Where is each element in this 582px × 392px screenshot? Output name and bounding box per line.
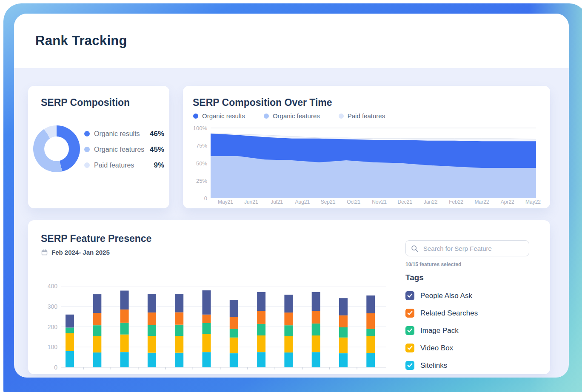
legend-value: 9%	[154, 161, 164, 170]
tag-item[interactable]: Related Searches	[405, 304, 478, 322]
area-y-tick-label: 75%	[186, 142, 207, 149]
tag-checkbox[interactable]	[405, 326, 414, 335]
area-x-tick-label: Oct21	[347, 199, 360, 205]
tag-label: People Also Ask	[420, 292, 472, 300]
date-range-label: Feb 2024- Jan 2025	[51, 249, 110, 256]
donut-legend-item: Paid features9%	[84, 157, 164, 173]
serp-composition-card: SERP Composition Organic results46%Organ…	[28, 86, 169, 208]
tag-item[interactable]: People Also Ask	[405, 287, 478, 304]
area-x-tick-label: Sep21	[321, 199, 336, 205]
area-legend-item: Organic features	[264, 112, 320, 119]
legend-label: Organic features	[94, 146, 144, 153]
tag-checkbox[interactable]	[405, 344, 414, 352]
serp-composition-title: SERP Composition	[41, 97, 130, 108]
stacked-bar-chart	[61, 285, 386, 372]
bar-y-tick-label: 0	[32, 364, 57, 371]
area-x-tick-label: Jul21	[271, 199, 283, 205]
area-x-tick-label: Mar22	[474, 199, 489, 205]
tag-checkbox[interactable]	[405, 361, 414, 370]
check-icon	[407, 346, 413, 350]
legend-label: Paid features	[94, 162, 134, 169]
area-x-tick-label: Apr22	[501, 199, 514, 205]
area-y-tick-label: 0	[186, 195, 207, 202]
selected-features-count: 10/15 features selected	[405, 261, 461, 267]
composition-over-time-title: SERP Composition Over Time	[193, 97, 332, 108]
area-x-tick-label: Jun21	[244, 199, 258, 205]
tag-label: Image Pack	[420, 327, 459, 335]
check-icon	[407, 293, 413, 298]
search-icon	[411, 245, 418, 252]
tag-item[interactable]: Video Box	[405, 339, 478, 357]
check-icon	[407, 363, 413, 368]
search-input[interactable]	[422, 244, 524, 253]
check-icon	[407, 328, 413, 333]
legend-label: Organic results	[94, 130, 140, 138]
area-x-tick-label: May22	[525, 199, 541, 205]
area-x-tick-label: Feb22	[449, 199, 463, 205]
tag-label: Sitelinks	[420, 361, 447, 370]
app-surface: Rank Tracking SERP Composition Organic r…	[14, 14, 569, 378]
donut-legend: Organic results46%Organic features45%Pai…	[84, 126, 164, 173]
legend-label: Organic results	[202, 112, 245, 119]
donut-chart	[33, 125, 80, 172]
legend-value: 46%	[150, 130, 164, 138]
area-x-tick-label: Dec21	[397, 199, 412, 205]
feature-presence-card: SERP Feature Presence Feb 2024- Jan 2025…	[28, 220, 550, 374]
bar-y-tick-label: 300	[32, 303, 57, 310]
area-y-tick-label: 100%	[186, 125, 207, 131]
bar-y-tick-label: 200	[32, 324, 57, 330]
stacked-area-chart	[211, 127, 536, 199]
area-x-tick-label: Jan22	[424, 199, 438, 205]
area-y-tick-label: 25%	[186, 177, 207, 184]
feature-presence-title: SERP Feature Presence	[41, 233, 151, 244]
area-legend-item: Organic results	[193, 112, 245, 119]
area-x-tick-label: Nov21	[372, 199, 387, 205]
tag-label: Video Box	[420, 344, 453, 352]
area-x-tick-label: Aug21	[295, 199, 310, 205]
tag-item[interactable]: Image Pack	[405, 322, 478, 339]
legend-dot	[84, 162, 90, 168]
area-y-tick-label: 50%	[186, 160, 207, 166]
tags-title: Tags	[405, 273, 424, 282]
header: Rank Tracking	[14, 14, 569, 68]
check-icon	[407, 311, 413, 315]
donut-legend-item: Organic features45%	[84, 142, 164, 157]
tag-checkbox[interactable]	[405, 291, 414, 300]
tag-label: Related Searches	[420, 309, 478, 318]
composition-over-time-card: SERP Composition Over Time Organic resul…	[183, 86, 550, 208]
tags-list: People Also AskRelated SearchesImage Pac…	[405, 287, 478, 374]
legend-label: Organic features	[273, 112, 320, 119]
area-chart-legend: Organic resultsOrganic featuresPaid feat…	[193, 112, 404, 119]
legend-dot	[193, 114, 198, 119]
search-box[interactable]	[405, 240, 529, 256]
area-x-tick-label: May21	[218, 199, 233, 205]
bar-y-tick-label: 100	[32, 344, 57, 350]
tag-item[interactable]: Sitelinks	[405, 357, 478, 374]
legend-dot	[264, 114, 269, 119]
legend-label: Paid features	[348, 112, 385, 119]
area-legend-item: Paid features	[339, 112, 385, 119]
legend-dot	[84, 131, 90, 136]
window-frame: Rank Tracking SERP Composition Organic r…	[3, 3, 582, 392]
tag-checkbox[interactable]	[405, 309, 414, 318]
date-range-picker[interactable]: Feb 2024- Jan 2025	[41, 249, 110, 256]
legend-dot	[84, 147, 90, 152]
donut-legend-item: Organic results46%	[84, 126, 164, 142]
page-title: Rank Tracking	[35, 33, 127, 48]
bar-y-tick-label: 400	[32, 283, 57, 290]
calendar-icon	[41, 249, 48, 256]
legend-value: 45%	[150, 145, 164, 154]
legend-dot	[339, 114, 344, 119]
